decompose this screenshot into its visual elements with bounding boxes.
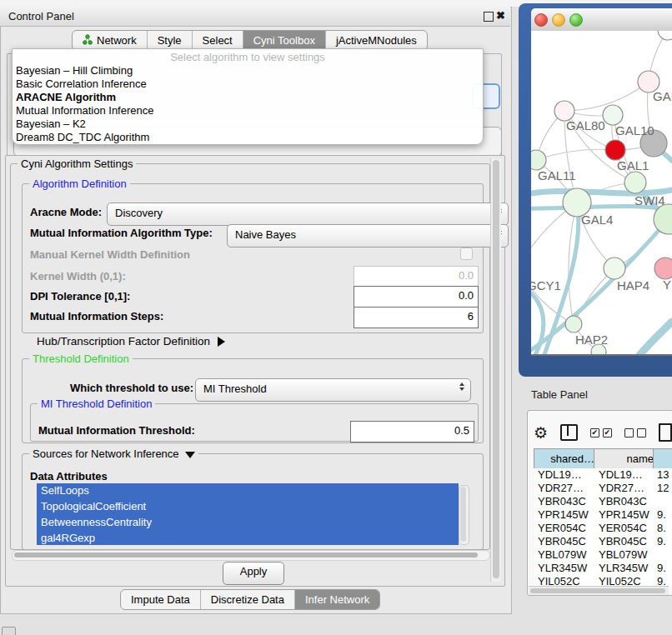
network-node-gal11[interactable]	[531, 150, 546, 170]
hide-columns-icon[interactable]	[624, 428, 646, 438]
settings-gear-icon[interactable]: ⚙	[534, 425, 548, 441]
mi-steps-label: Mutual Information Steps:	[30, 310, 163, 322]
algorithm-option-list: Bayesian – Hill ClimbingBasic Correlatio…	[13, 64, 483, 144]
algorithm-definition-title: Algorithm Definition	[29, 178, 130, 190]
dpi-tolerance-label: DPI Tolerance [0,1]:	[30, 290, 130, 302]
close-panel-icon[interactable]: ✖	[496, 9, 505, 22]
tab-label: Style	[158, 34, 182, 47]
table-cell: YER054C	[599, 522, 647, 534]
network-graph[interactable]: GALGAL80GAL10GAL11GAL1SWI4GAL4GCY1HAP4YH…	[531, 31, 672, 354]
table-cell: YPR145W	[599, 508, 649, 521]
network-node-gal1[interactable]	[624, 172, 646, 193]
table-cell: YBR045C	[538, 535, 586, 548]
network-node-hap4[interactable]	[604, 258, 625, 279]
tab-cyni-toolbox[interactable]: Cyni Toolbox	[243, 31, 326, 50]
network-node[interactable]	[605, 140, 625, 160]
mi-steps-field[interactable]: 6	[354, 307, 479, 328]
network-node[interactable]	[658, 31, 672, 40]
minimized-panel-icon[interactable]	[2, 627, 16, 635]
algorithm-option-bayesian-k2[interactable]: Bayesian – K2	[13, 118, 483, 131]
aracne-mode-combobox[interactable]: Discovery	[107, 202, 509, 226]
attributes-list-scrollbar[interactable]	[459, 485, 469, 545]
table-cell: 13	[657, 468, 669, 481]
dropdown-prompt: Select algorithm to view settings	[13, 49, 483, 64]
data-attribute-item[interactable]: TopologicalCoefficient	[37, 499, 459, 515]
network-edge[interactable]	[531, 268, 574, 324]
tab-label: Impute Data	[131, 593, 190, 606]
algorithm-option-dream8-dc-tdc-algorithm[interactable]: Dream8 DC_TDC Algorithm	[13, 131, 483, 144]
export-table-icon[interactable]	[659, 423, 672, 442]
tab-network[interactable]: Network	[73, 31, 148, 50]
control-panel-title: Control Panel	[8, 10, 74, 22]
data-attribute-item[interactable]: gal4RGexp	[37, 531, 459, 545]
table-cell: YBL079W	[538, 548, 587, 561]
zoom-traffic-light[interactable]	[569, 13, 583, 27]
table-horizontal-scrollbar[interactable]	[529, 586, 669, 595]
table-cell: YIL052C	[599, 575, 641, 586]
table-row[interactable]: YDR27…YDR27…12	[534, 482, 672, 495]
algorithm-option-mutual-information-inference[interactable]: Mutual Information Inference	[13, 104, 483, 118]
tab-infer-network[interactable]: Infer Network	[295, 590, 379, 609]
unchecked-checkbox-icon	[624, 428, 634, 438]
checked-checkbox-icon: ✔	[603, 428, 612, 438]
network-node-gal10[interactable]	[603, 105, 623, 125]
table-row[interactable]: YDL19…YDL19…13	[534, 468, 672, 482]
table-row[interactable]: YIL052CYIL052C9.	[534, 575, 672, 586]
tab-style[interactable]: Style	[148, 31, 193, 50]
sources-group-title[interactable]: Sources for Network Inference	[29, 448, 198, 460]
collapse-down-icon[interactable]	[185, 452, 195, 458]
network-node-label: GAL4	[581, 212, 613, 227]
network-node-hap2[interactable]	[565, 316, 582, 332]
show-columns-icon[interactable]: ✔✔	[590, 428, 612, 438]
kernel-width-field[interactable]: 0.0	[354, 266, 479, 288]
tab-discretize-data[interactable]: Discretize Data	[201, 590, 295, 609]
application-screen: Control Panel ✖ NetworkStyleSelectCyni T…	[0, 0, 672, 635]
combo-arrows-icon	[459, 382, 464, 391]
network-node-y[interactable]	[654, 258, 672, 279]
settings-horizontal-scrollbar[interactable]	[12, 550, 490, 561]
algorithm-option-aracne-algorithm[interactable]: ARACNE Algorithm	[13, 91, 483, 104]
network-edge[interactable]	[536, 149, 615, 160]
tab-select[interactable]: Select	[193, 31, 243, 50]
table-row[interactable]: YBR043CYBR043C	[534, 495, 672, 508]
table-row[interactable]: YBL079WYBL079W	[534, 548, 672, 562]
aracne-mode-label: Aracne Mode:	[30, 206, 102, 218]
threshold-definition-title: Threshold Definition	[29, 352, 133, 365]
network-canvas[interactable]: GALGAL80GAL10GAL11GAL1SWI4GAL4GCY1HAP4YH…	[531, 31, 672, 354]
settings-vertical-scrollbar[interactable]	[490, 158, 501, 582]
table-cell: YLR345W	[599, 562, 648, 574]
which-threshold-combobox[interactable]: MI Threshold	[195, 378, 471, 402]
table-row[interactable]: YER054CYER054C8.	[534, 522, 672, 535]
mi-algorithm-type-combobox[interactable]: Naive Bayes	[227, 224, 509, 248]
tab-jactivemnodules[interactable]: jActiveMNodules	[326, 31, 427, 50]
network-edge-thick[interactable]	[637, 322, 672, 354]
expand-right-icon[interactable]	[218, 337, 225, 347]
table-cell: YBR043C	[599, 495, 647, 508]
algorithm-option-basic-correlation-inference[interactable]: Basic Correlation Inference	[13, 78, 483, 91]
close-traffic-light[interactable]	[534, 13, 548, 27]
data-attribute-item[interactable]: SelfLoops	[37, 483, 459, 499]
column-layout-icon[interactable]	[560, 424, 578, 441]
hub-definition-toggle[interactable]: Hub/Transcription Factor Definition	[37, 335, 225, 348]
table-row[interactable]: YBR045CYBR045C9.	[534, 535, 672, 548]
algorithm-option-bayesian-hill-climbing[interactable]: Bayesian – Hill Climbing	[13, 64, 483, 78]
table-row[interactable]: YPR145WYPR145W9.	[534, 508, 672, 522]
data-attribute-item[interactable]: BetweennessCentrality	[37, 515, 459, 531]
cyni-settings-group-title: Cyni Algorithm Settings	[18, 158, 136, 170]
data-attributes-list: SelfLoopsTopologicalCoefficientBetweenne…	[37, 483, 474, 545]
float-window-icon[interactable]	[484, 12, 494, 22]
table-cell: 8.	[657, 522, 666, 534]
network-node-label: SWI4	[634, 193, 665, 208]
tab-impute-data[interactable]: Impute Data	[121, 590, 201, 609]
tab-label: Infer Network	[305, 593, 369, 606]
mi-threshold-field[interactable]: 0.5	[350, 421, 474, 442]
minimize-traffic-light[interactable]	[552, 13, 565, 27]
manual-kernel-width-checkbox[interactable]	[460, 248, 473, 260]
network-edge[interactable]	[564, 82, 649, 111]
mi-algorithm-type-value: Naive Bayes	[235, 228, 296, 241]
table-row[interactable]: YLR345WYLR345W9.	[534, 562, 672, 575]
cyni-bottom-tabs: Impute DataDiscretize DataInfer Network	[120, 589, 380, 610]
apply-button[interactable]: Apply	[223, 562, 284, 585]
dpi-tolerance-field[interactable]: 0.0	[354, 286, 479, 308]
network-node-label: GAL1	[617, 158, 649, 172]
